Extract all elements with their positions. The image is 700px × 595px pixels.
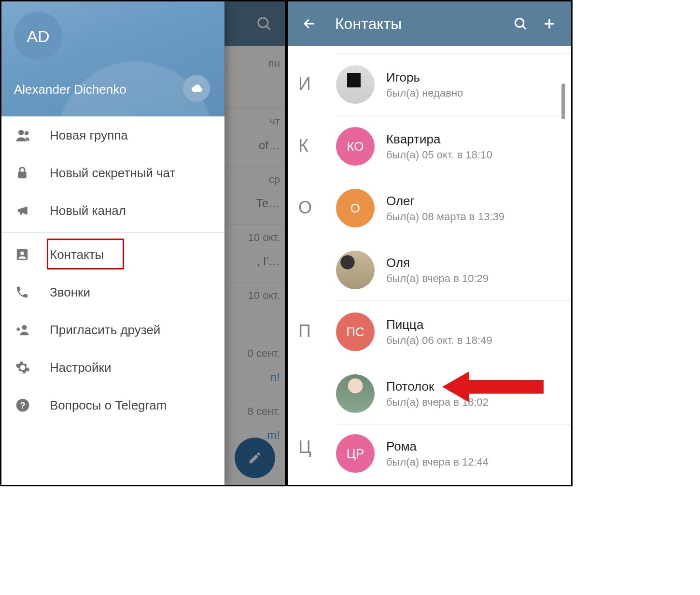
menu-label: Новая группа [50,128,128,143]
contact-row[interactable]: КО Квартира был(а) 05 окт. в 18:10 [288,115,571,177]
contact-status: был(а) вчера в 18:02 [386,396,571,409]
menu-separator [1,232,224,233]
invite-friends-item[interactable]: Пригласить друзей [1,311,224,349]
contact-name: Игорь [386,70,571,85]
contact-avatar: КО [336,127,375,166]
phone-icon [15,285,50,299]
menu-label: Вопросы о Telegram [50,398,167,413]
calls-item[interactable]: Звонки [1,273,224,311]
contact-row[interactable]: ЦР Рома был(а) вчера в 12:44 [288,425,571,482]
user-name: Alexander Dichenko [14,82,126,97]
contact-status: был(а) 08 марта в 13:39 [386,211,571,223]
contact-avatar: ЦР [336,434,375,473]
person-add-icon [15,323,50,337]
search-button[interactable] [508,12,532,36]
contact-status: был(а) вчера в 10:29 [386,272,571,285]
contact-avatar [336,65,375,104]
contact-status: был(а) 05 окт. в 18:10 [386,149,571,161]
avatar-initials: ПС [346,325,364,340]
contact-name: Пицца [386,317,571,332]
contact-row[interactable]: О Олег был(а) 08 марта в 13:39 [288,177,571,239]
contact-avatar: О [336,189,375,227]
megaphone-icon [15,203,50,218]
contact-row[interactable]: ПС Пицца был(а) 06 окт. в 18:49 [288,301,571,363]
contact-status: был(а) 06 окт. в 18:49 [386,334,571,347]
new-group-item[interactable]: Новая группа [1,116,224,154]
contact-status: был(а) вчера в 12:44 [386,456,571,468]
contacts-list[interactable]: И Игорь был(а) недавно К КО [288,46,571,485]
contact-row[interactable]: Потолок был(а) вчера в 18:02 [288,363,571,425]
gear-icon [15,360,50,375]
appbar-title: Контакты [335,15,508,33]
contact-name: Оля [386,255,571,270]
svg-point-2 [18,130,24,135]
drawer-menu: Новая группа Новый секретный чат Новый к… [1,116,224,424]
contact-name: Квартира [386,132,571,147]
drawer-header: AD Alexander Dichenko [1,1,224,116]
menu-label: Новый канал [50,203,126,218]
new-channel-item[interactable]: Новый канал [1,192,224,229]
telegram-drawer-screen: пн чт of… ср Te… 10 окт. , I'… 10 окт. [1,1,285,485]
svg-point-6 [20,252,24,255]
group-icon [15,127,50,143]
contact-avatar [336,251,375,289]
svg-text:?: ? [20,400,25,411]
faq-item[interactable]: ? Вопросы о Telegram [1,386,224,424]
svg-point-3 [25,131,29,136]
menu-label: Пригласить друзей [50,323,160,338]
contact-row[interactable]: Оля был(а) вчера в 10:29 [288,239,571,301]
avatar-initials: КО [347,139,364,154]
contact-status: был(а) недавно [386,87,571,99]
help-icon: ? [15,397,50,413]
menu-label: Новый секретный чат [50,166,175,181]
contacts-appbar: Контакты [288,1,571,46]
navigation-drawer: AD Alexander Dichenko Новая группа [1,1,224,485]
contact-name: Потолок [386,379,571,394]
svg-point-7 [22,325,27,330]
menu-label: Контакты [50,247,104,262]
contact-row[interactable]: Игорь был(а) недавно [288,54,571,115]
avatar-initials: ЦР [347,446,364,461]
svg-line-12 [523,26,526,29]
back-button[interactable] [297,12,322,36]
menu-label: Звонки [50,285,90,300]
drawer-scrim[interactable] [217,1,285,485]
secret-chat-item[interactable]: Новый секретный чат [1,154,224,192]
svg-rect-4 [18,172,27,179]
contacts-screen: Контакты И Игорь бы [288,1,571,485]
contact-icon [15,247,50,262]
add-contact-button[interactable] [537,12,561,36]
contact-avatar: ПС [336,312,375,351]
contact-avatar [336,374,375,413]
menu-label: Настройки [50,360,112,375]
saved-messages-button[interactable] [183,75,210,102]
contact-name: Олег [386,194,571,209]
settings-item[interactable]: Настройки [1,349,224,386]
avatar-initials: AD [27,27,49,46]
lock-icon [15,165,50,181]
user-avatar[interactable]: AD [14,12,62,60]
svg-point-11 [515,18,524,27]
contact-name: Рома [386,439,571,454]
contacts-item[interactable]: Контакты [1,236,224,273]
avatar-initials: О [350,201,360,216]
